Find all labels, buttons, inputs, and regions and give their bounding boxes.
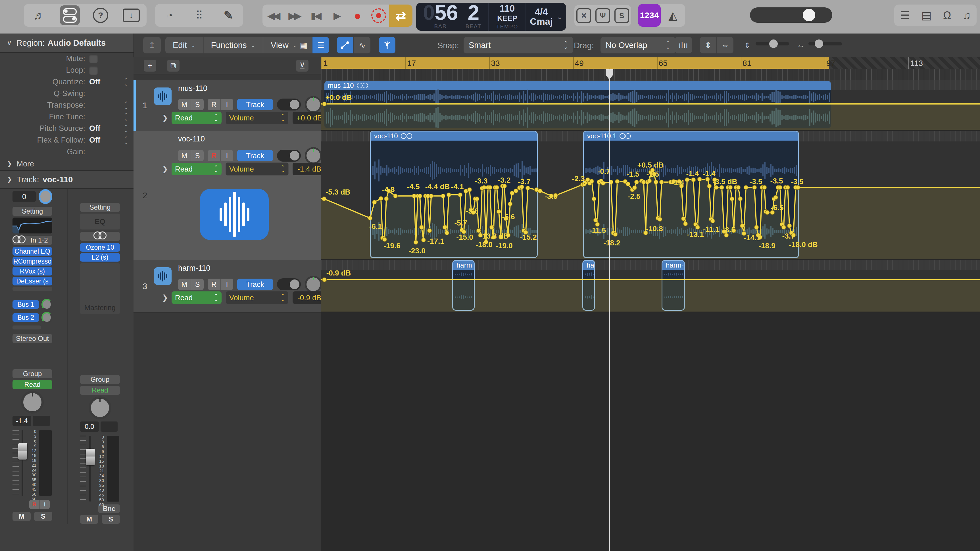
automation-param-popup[interactable]: Volume⌃⌄ — [226, 291, 289, 304]
solo-button[interactable]: S — [34, 512, 52, 521]
horizontal-zoom-slider[interactable] — [808, 42, 842, 46]
group-button[interactable]: Group — [80, 375, 120, 384]
checkbox[interactable] — [89, 54, 98, 63]
automation-node[interactable] — [752, 186, 757, 190]
send-knob[interactable] — [41, 299, 52, 310]
automation-node[interactable] — [488, 186, 492, 190]
track-header-voc-110[interactable]: 2voc-110MSRITrack❯Read⌃⌄Volume⌃⌄-1.4 dB — [134, 131, 321, 260]
list-editors-icon[interactable]: ☰ — [900, 9, 910, 22]
send-slot[interactable]: Bus 2 — [13, 313, 39, 322]
pan-knob[interactable] — [89, 397, 111, 419]
automation-node[interactable] — [626, 182, 630, 186]
plugin-slot[interactable]: L2 (s) — [80, 253, 120, 262]
automation-node[interactable] — [691, 178, 696, 182]
automation-node[interactable] — [658, 217, 662, 222]
mute-button[interactable]: M — [80, 514, 98, 524]
solo-icon[interactable]: S — [614, 8, 629, 23]
grid-view-button[interactable]: ▦ — [296, 37, 312, 53]
metronome-icon[interactable]: ◭ — [661, 9, 685, 22]
automation-node[interactable] — [422, 238, 426, 242]
cycle-button[interactable]: ⇄ — [389, 5, 412, 27]
play-button[interactable]: ▶ — [326, 10, 347, 21]
mute-button[interactable]: M — [178, 279, 191, 290]
pan-knob[interactable] — [305, 96, 322, 113]
editors-icon[interactable]: ✎ — [218, 5, 238, 25]
track-power-toggle[interactable] — [277, 150, 301, 162]
automation-curve-button[interactable] — [337, 37, 353, 53]
forward-button[interactable]: ▶▶ — [283, 10, 304, 21]
automation-node[interactable] — [503, 184, 507, 188]
record-enable-button[interactable]: R — [208, 99, 221, 110]
mute-button[interactable]: M — [13, 512, 31, 521]
automation-node[interactable] — [384, 197, 388, 201]
automation-node[interactable] — [774, 195, 778, 200]
automation-node[interactable] — [379, 197, 383, 201]
automation-node[interactable] — [590, 179, 594, 184]
waveform-zoom-button[interactable]: ılıı — [675, 37, 692, 53]
mute-button[interactable]: M — [178, 150, 191, 161]
automation-node[interactable] — [633, 186, 637, 190]
volume-value-box[interactable]: 0.0 — [80, 421, 99, 432]
track-on-button[interactable]: Track — [237, 150, 273, 161]
automation-node[interactable] — [322, 278, 327, 282]
solo-button[interactable]: S — [102, 514, 120, 524]
functions-menu[interactable]: Functions⌄ — [204, 37, 264, 53]
setting-button[interactable]: Setting — [80, 203, 120, 212]
channel-fader[interactable]: 03691215182124303540455060 — [13, 430, 52, 496]
automation-node[interactable] — [508, 202, 512, 206]
fader-knob[interactable] — [86, 449, 95, 465]
automation-node[interactable] — [475, 197, 479, 201]
automation-node[interactable] — [420, 225, 424, 230]
automation-param-popup[interactable]: Volume⌃⌄ — [226, 162, 289, 176]
automation-node[interactable] — [796, 186, 800, 190]
input-monitor-button[interactable]: I — [221, 150, 233, 161]
automation-node[interactable] — [601, 181, 605, 186]
vertical-zoom-knob[interactable] — [769, 40, 778, 48]
add-track-button[interactable]: + — [144, 60, 156, 71]
record-enable-button[interactable]: R — [208, 279, 221, 290]
edit-menu[interactable]: Edit⌄ — [165, 37, 204, 53]
automation-node[interactable] — [654, 180, 658, 184]
track-inspector-header[interactable]: ❯ Track: voc-110 — [0, 171, 134, 189]
toolbar-icon[interactable]: ↓ — [121, 5, 141, 25]
automation-node[interactable] — [414, 240, 418, 245]
automation-node[interactable] — [754, 225, 759, 230]
list-view-button[interactable]: ☰ — [312, 37, 329, 53]
plugin-slot[interactable]: RVox (s) — [13, 267, 52, 275]
pan-knob[interactable] — [21, 391, 44, 413]
drag-popup[interactable]: No Overlap⌃⌄ — [600, 37, 676, 53]
pan-knob[interactable] — [305, 276, 322, 293]
automation-node[interactable] — [368, 216, 372, 221]
disclosure-arrow[interactable]: ❯ — [162, 165, 168, 173]
automation-node[interactable] — [711, 219, 715, 223]
disclosure-arrow[interactable]: ❯ — [162, 114, 168, 122]
automation-mode-popup[interactable]: Read⌃⌄ — [172, 291, 221, 304]
lcd-tempo-mode[interactable]: KEEP — [497, 13, 517, 23]
automation-node[interactable] — [441, 194, 445, 198]
automation-node[interactable] — [322, 197, 326, 201]
automation-node[interactable] — [683, 222, 688, 226]
automation-node[interactable] — [765, 210, 770, 215]
stepper-icon[interactable]: ⌃⌄ — [124, 102, 128, 109]
automation-node[interactable] — [685, 178, 689, 182]
automation-node[interactable] — [778, 186, 782, 190]
track-on-button[interactable]: Track — [237, 99, 273, 110]
automation-node[interactable] — [458, 193, 463, 197]
plugin-slot[interactable]: RCompresso — [13, 257, 52, 265]
playhead-line[interactable] — [609, 69, 610, 551]
lcd-beat-value[interactable]: 2 — [468, 3, 479, 23]
go-to-beginning-button[interactable]: ▮◀ — [305, 10, 326, 21]
volume-value-box[interactable]: -1.4 — [13, 416, 31, 426]
automation-node[interactable] — [738, 197, 743, 201]
automation-node[interactable] — [418, 194, 422, 198]
solo-button[interactable]: S — [191, 99, 204, 110]
automation-node[interactable] — [714, 186, 718, 190]
automation-node[interactable] — [490, 225, 494, 230]
automation-node[interactable] — [592, 197, 596, 201]
midi-draw-button[interactable]: ∿ — [354, 37, 371, 53]
send-slot[interactable]: Bus 1 — [13, 300, 39, 309]
automation-node[interactable] — [635, 180, 639, 184]
track-name[interactable]: harm-110 — [178, 264, 210, 273]
vertical-zoom-slider[interactable] — [756, 42, 789, 46]
snap-popup[interactable]: Smart⌃⌄ — [464, 37, 573, 53]
